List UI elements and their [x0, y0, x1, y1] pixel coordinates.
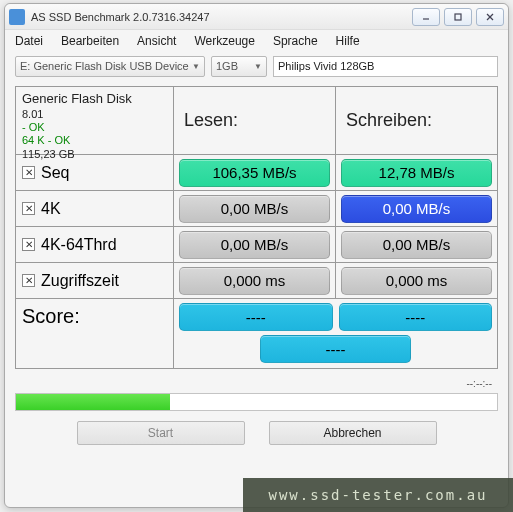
disk-name-value: Philips Vivid 128GB — [278, 60, 374, 72]
menubar: Datei Bearbeiten Ansicht Werkzeuge Sprac… — [5, 30, 508, 52]
row-access: ✕ Zugriffszeit 0,000 ms 0,000 ms — [16, 263, 498, 299]
chevron-down-icon: ▼ — [192, 62, 200, 71]
access-write-value: 0,000 ms — [341, 267, 492, 295]
checkbox-access[interactable]: ✕ — [22, 274, 35, 287]
maximize-button[interactable] — [444, 8, 472, 26]
seq-write-value: 12,78 MB/s — [341, 159, 492, 187]
size-dropdown[interactable]: 1GB ▼ — [211, 56, 267, 77]
row-label-cell: ✕ Seq — [16, 155, 174, 191]
chevron-down-icon: ▼ — [254, 62, 262, 71]
score-values: ---- ---- ---- — [174, 299, 498, 369]
4k64-write-value: 0,00 MB/s — [341, 231, 492, 259]
row-label: Zugriffszeit — [41, 272, 119, 290]
window-controls — [412, 8, 504, 26]
score-read: ---- — [179, 303, 333, 331]
status-time: --:--:-- — [15, 375, 498, 391]
content-area: Generic Flash Disk 8.01 - OK 64 K - OK 1… — [5, 80, 508, 507]
menu-sprache[interactable]: Sprache — [273, 34, 318, 48]
access-read-value: 0,000 ms — [179, 267, 330, 295]
close-button[interactable] — [476, 8, 504, 26]
header-row: Generic Flash Disk 8.01 - OK 64 K - OK 1… — [16, 87, 498, 155]
row-label: 4K-64Thrd — [41, 236, 117, 254]
results-grid: Generic Flash Disk 8.01 - OK 64 K - OK 1… — [15, 86, 498, 369]
disk-status2: 64 K - OK — [22, 134, 70, 147]
device-dropdown-value: E: Generic Flash Disk USB Device — [20, 60, 189, 72]
menu-datei[interactable]: Datei — [15, 34, 43, 48]
disk-name-field[interactable]: Philips Vivid 128GB — [273, 56, 498, 77]
titlebar: AS SSD Benchmark 2.0.7316.34247 — [5, 4, 508, 30]
menu-werkzeuge[interactable]: Werkzeuge — [194, 34, 254, 48]
row-label: 4K — [41, 200, 61, 218]
svg-rect-1 — [455, 14, 461, 20]
menu-hilfe[interactable]: Hilfe — [336, 34, 360, 48]
progress-fill — [16, 394, 170, 410]
score-write: ---- — [339, 303, 493, 331]
disk-status1: - OK — [22, 121, 45, 134]
4k-write-value: 0,00 MB/s — [341, 195, 492, 223]
4k64-read-value: 0,00 MB/s — [179, 231, 330, 259]
start-button[interactable]: Start — [77, 421, 245, 445]
disk-firmware: 8.01 — [22, 108, 43, 121]
write-header: Schreiben: — [336, 87, 498, 155]
disk-model: Generic Flash Disk — [22, 91, 132, 106]
device-dropdown[interactable]: E: Generic Flash Disk USB Device ▼ — [15, 56, 205, 77]
4k-read-value: 0,00 MB/s — [179, 195, 330, 223]
checkbox-seq[interactable]: ✕ — [22, 166, 35, 179]
row-4k: ✕ 4K 0,00 MB/s 0,00 MB/s — [16, 191, 498, 227]
app-icon — [9, 9, 25, 25]
minimize-button[interactable] — [412, 8, 440, 26]
size-dropdown-value: 1GB — [216, 60, 238, 72]
score-total: ---- — [260, 335, 410, 363]
score-label: Score: — [16, 299, 174, 369]
menu-bearbeiten[interactable]: Bearbeiten — [61, 34, 119, 48]
row-4k64: ✕ 4K-64Thrd 0,00 MB/s 0,00 MB/s — [16, 227, 498, 263]
abort-button[interactable]: Abbrechen — [269, 421, 437, 445]
checkbox-4k64[interactable]: ✕ — [22, 238, 35, 251]
window-title: AS SSD Benchmark 2.0.7316.34247 — [31, 11, 412, 23]
checkbox-4k[interactable]: ✕ — [22, 202, 35, 215]
button-row: Start Abbrechen — [15, 421, 498, 445]
app-window: AS SSD Benchmark 2.0.7316.34247 Datei Be… — [4, 3, 509, 508]
read-header: Lesen: — [174, 87, 336, 155]
disk-info-cell: Generic Flash Disk 8.01 - OK 64 K - OK 1… — [16, 87, 174, 155]
progress-bar — [15, 393, 498, 411]
row-seq: ✕ Seq 106,35 MB/s 12,78 MB/s — [16, 155, 498, 191]
menu-ansicht[interactable]: Ansicht — [137, 34, 176, 48]
row-score: Score: ---- ---- ---- — [16, 299, 498, 369]
seq-read-value: 106,35 MB/s — [179, 159, 330, 187]
row-label: Seq — [41, 164, 69, 182]
toolbar: E: Generic Flash Disk USB Device ▼ 1GB ▼… — [5, 52, 508, 80]
